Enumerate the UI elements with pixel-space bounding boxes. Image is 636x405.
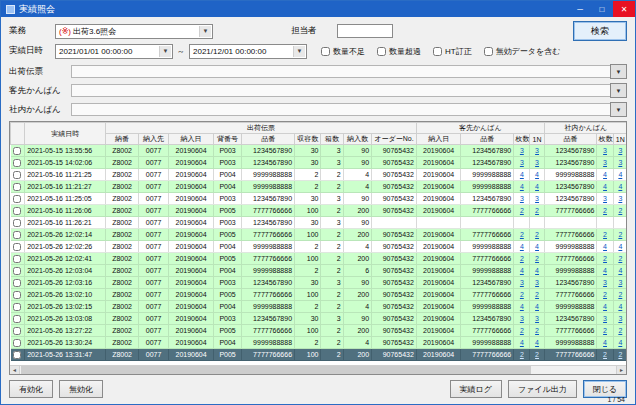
- search-button[interactable]: 検索: [573, 21, 627, 41]
- table-row[interactable]: 2021-05-16 11:26:06Z8002007720190604P005…: [11, 205, 628, 217]
- table-row[interactable]: 2021-05-16 11:25:05Z8002007720190604P003…: [11, 193, 628, 205]
- filter-field[interactable]: [71, 84, 610, 97]
- kanban-count-link[interactable]: 4: [520, 243, 524, 250]
- kanban-count-link[interactable]: 2: [535, 231, 539, 238]
- staff-input[interactable]: [337, 24, 393, 38]
- kanban-count-link[interactable]: 4: [603, 267, 607, 274]
- row-checkbox[interactable]: [13, 171, 21, 179]
- close-icon[interactable]: ✕: [613, 1, 635, 17]
- kanban-count-link[interactable]: 2: [535, 255, 539, 262]
- kanban-count-link[interactable]: 4: [520, 171, 524, 178]
- column-header[interactable]: 収容数: [295, 134, 321, 145]
- row-checkbox[interactable]: [13, 159, 21, 167]
- kanban-count-link[interactable]: 2: [520, 207, 524, 214]
- kanban-count-link[interactable]: 4: [603, 171, 607, 178]
- table-row[interactable]: 2021-05-26 12:03:16Z8002007720190604P003…: [11, 277, 628, 289]
- checkbox-ht-correction[interactable]: HT訂正: [433, 46, 472, 57]
- checkbox-shortage[interactable]: 数量不足: [321, 46, 365, 57]
- table-row[interactable]: 2021-05-26 13:02:15Z8002007720190604P004…: [11, 301, 628, 313]
- enable-button[interactable]: 有効化: [9, 380, 53, 398]
- table-row[interactable]: 2021-05-15 14:02:06Z8002007720190604P003…: [11, 157, 628, 169]
- kanban-count-link[interactable]: 4: [520, 183, 524, 190]
- column-header[interactable]: 納入先: [138, 134, 168, 145]
- kanban-count-link[interactable]: 4: [535, 171, 539, 178]
- kanban-count-link[interactable]: 4: [535, 303, 539, 310]
- column-header[interactable]: 箱数: [321, 134, 343, 145]
- kanban-count-link[interactable]: 2: [618, 291, 622, 298]
- row-checkbox[interactable]: [13, 147, 21, 155]
- kanban-count-link[interactable]: 2: [535, 327, 539, 334]
- kanban-count-link[interactable]: 2: [603, 327, 607, 334]
- file-export-button[interactable]: ファイル出力: [508, 380, 577, 398]
- kanban-count-link[interactable]: 3: [535, 147, 539, 154]
- date-to-picker[interactable]: 2021/12/01 00:00:00 ▼: [189, 44, 307, 59]
- kanban-count-link[interactable]: 4: [618, 339, 622, 346]
- column-header[interactable]: 納入日: [169, 134, 214, 145]
- kanban-count-link[interactable]: 4: [618, 267, 622, 274]
- column-header[interactable]: 品番: [544, 134, 597, 145]
- minimize-button[interactable]: ─: [569, 1, 591, 17]
- chevron-down-icon[interactable]: ▼: [610, 102, 627, 117]
- kanban-count-link[interactable]: 2: [520, 255, 524, 262]
- kanban-count-link[interactable]: 4: [618, 183, 622, 190]
- column-header[interactable]: 1N: [613, 134, 627, 145]
- ht-correction-checkbox[interactable]: [433, 47, 442, 56]
- kanban-count-link[interactable]: 2: [603, 291, 607, 298]
- kanban-count-link[interactable]: 3: [535, 315, 539, 322]
- row-checkbox[interactable]: [13, 219, 21, 227]
- kanban-count-link[interactable]: 2: [618, 231, 622, 238]
- kanban-count-link[interactable]: 4: [520, 267, 524, 274]
- result-log-button[interactable]: 実績ログ: [450, 380, 502, 398]
- row-checkbox[interactable]: [13, 327, 21, 335]
- scroll-right-icon[interactable]: ►: [616, 366, 626, 374]
- kanban-count-link[interactable]: 2: [618, 255, 622, 262]
- kanban-count-link[interactable]: 4: [535, 243, 539, 250]
- row-checkbox[interactable]: [13, 279, 21, 287]
- kanban-count-link[interactable]: 3: [535, 159, 539, 166]
- filter-field[interactable]: [71, 65, 610, 78]
- table-row[interactable]: 2021-05-26 13:27:22Z8002007720190604P005…: [11, 325, 628, 337]
- row-checkbox[interactable]: [13, 231, 21, 239]
- row-checkbox[interactable]: [13, 291, 21, 299]
- kanban-count-link[interactable]: 3: [520, 147, 524, 154]
- horizontal-scrollbar[interactable]: ◄ ►: [10, 365, 626, 374]
- kanban-count-link[interactable]: 2: [603, 231, 607, 238]
- checkbox-include-invalid[interactable]: 無効データを含む: [484, 46, 561, 57]
- column-header[interactable]: オーダーNo.: [372, 134, 417, 145]
- table-row[interactable]: 2021-05-16 11:21:25Z8002007720190604P004…: [11, 169, 628, 181]
- kanban-count-link[interactable]: 2: [603, 207, 607, 214]
- kanban-count-link[interactable]: 3: [603, 147, 607, 154]
- date-from-picker[interactable]: 2021/01/01 00:00:00 ▼: [55, 44, 173, 59]
- checkbox-excess[interactable]: 数量超過: [377, 46, 421, 57]
- row-checkbox[interactable]: [13, 243, 21, 251]
- kanban-count-link[interactable]: 3: [520, 195, 524, 202]
- table-row[interactable]: 2021-05-26 13:30:24Z8002007720190604P004…: [11, 337, 628, 349]
- kanban-count-link[interactable]: 2: [618, 351, 622, 358]
- kanban-count-link[interactable]: 4: [618, 171, 622, 178]
- kanban-count-link[interactable]: 4: [603, 303, 607, 310]
- table-row[interactable]: 2021-05-26 13:02:10Z8002007720190604P005…: [11, 289, 628, 301]
- row-checkbox[interactable]: [13, 267, 21, 275]
- table-row[interactable]: 2021-05-26 12:02:14Z8002007720190604P005…: [11, 229, 628, 241]
- table-row[interactable]: 2021-05-26 12:02:41Z8002007720190604P005…: [11, 253, 628, 265]
- row-checkbox[interactable]: [13, 351, 21, 359]
- column-header[interactable]: 品番: [461, 134, 514, 145]
- kanban-count-link[interactable]: 4: [603, 339, 607, 346]
- kanban-count-link[interactable]: 4: [535, 183, 539, 190]
- kanban-count-link[interactable]: 2: [520, 231, 524, 238]
- kanban-count-link[interactable]: 2: [603, 351, 607, 358]
- shortage-checkbox[interactable]: [321, 47, 330, 56]
- include-invalid-checkbox[interactable]: [484, 47, 493, 56]
- table-row[interactable]: 2021-05-16 11:26:21Z8002007720190604P003…: [11, 217, 628, 229]
- row-checkbox[interactable]: [13, 339, 21, 347]
- kanban-count-link[interactable]: 3: [618, 315, 622, 322]
- kanban-count-link[interactable]: 3: [603, 159, 607, 166]
- kanban-count-link[interactable]: 2: [618, 207, 622, 214]
- kanban-count-link[interactable]: 3: [535, 195, 539, 202]
- kanban-count-link[interactable]: 3: [520, 159, 524, 166]
- disable-button[interactable]: 無効化: [59, 380, 103, 398]
- kanban-count-link[interactable]: 2: [520, 327, 524, 334]
- kanban-count-link[interactable]: 3: [618, 159, 622, 166]
- scrollbar-thumb[interactable]: [21, 366, 531, 374]
- table-row[interactable]: 2021-05-26 13:31:47Z8002007720190604P005…: [11, 349, 628, 361]
